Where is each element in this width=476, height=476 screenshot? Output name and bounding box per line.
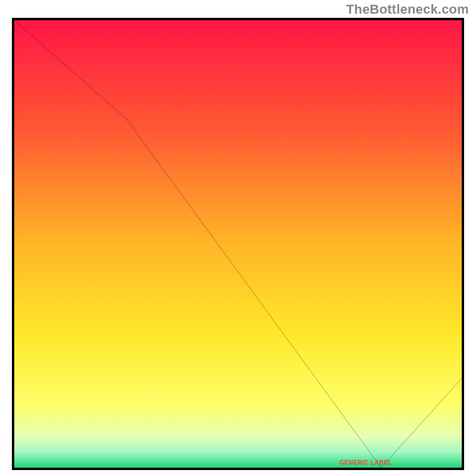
watermark-text: TheBottleneck.com — [346, 2, 469, 17]
figure-root: TheBottleneck.com GENERIC LABEL — [0, 0, 476, 476]
series-line-layer — [14, 20, 462, 468]
plot-area: GENERIC LABEL — [12, 18, 464, 470]
bottleneck-curve — [14, 20, 462, 468]
baseline-label: GENERIC LABEL — [340, 459, 392, 466]
